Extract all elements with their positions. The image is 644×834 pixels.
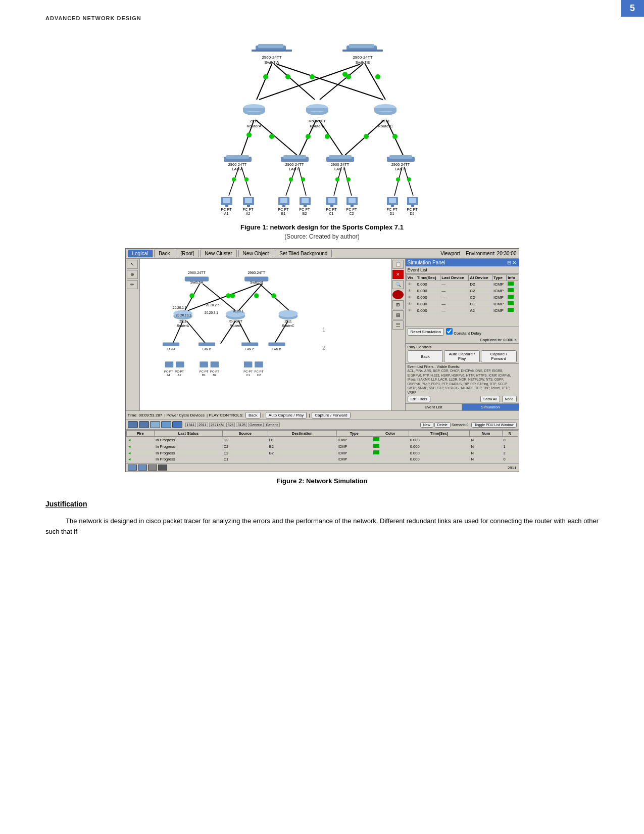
back-control-btn[interactable]: Back bbox=[408, 350, 443, 362]
svg-rect-92 bbox=[280, 198, 287, 203]
scenario-label: Scenario 0 bbox=[452, 423, 468, 427]
event-list-tab[interactable]: Event List bbox=[406, 404, 463, 410]
root-btn[interactable]: [Root] bbox=[176, 250, 199, 257]
edit-filters-btn[interactable]: Edit Filters bbox=[408, 396, 430, 402]
svg-rect-112 bbox=[389, 198, 396, 203]
sim-auto-btn[interactable]: Auto Capture / Play bbox=[266, 412, 307, 419]
svg-point-11 bbox=[375, 74, 380, 79]
show-all-btn[interactable]: Show All bbox=[480, 396, 500, 402]
svg-text:RouterB: RouterB bbox=[229, 324, 241, 328]
svg-point-34 bbox=[289, 177, 293, 181]
event-row-1: 👁 0.000 — D2 ICMP bbox=[406, 281, 518, 288]
right-icon-2[interactable]: 🔍 bbox=[392, 280, 404, 289]
sim-canvas: 2960-24TT SwitchA 2960-24TT SwitchB 2911 bbox=[140, 259, 391, 410]
right-icon-4[interactable]: ▤ bbox=[392, 310, 404, 319]
svg-text:LAN C: LAN C bbox=[245, 348, 255, 351]
device-icon-hub[interactable] bbox=[161, 421, 171, 428]
reset-sim-btn[interactable]: Reset Simulation bbox=[408, 328, 444, 336]
svg-text:PC-PT: PC-PT bbox=[242, 208, 254, 211]
svg-point-35 bbox=[301, 177, 305, 181]
sim-back-btn[interactable]: Back bbox=[245, 412, 261, 419]
svg-text:RouterPT: RouterPT bbox=[308, 119, 325, 123]
svg-rect-102 bbox=[328, 198, 335, 203]
right-icon-close[interactable]: ✕ bbox=[392, 270, 404, 279]
sim-capture-btn[interactable]: Capture / Forward bbox=[312, 412, 350, 419]
new-cluster-btn[interactable]: New Cluster bbox=[200, 250, 236, 257]
sim-play-label: | PLAY CONTROLS: bbox=[207, 413, 243, 418]
svg-text:2960-24TT: 2960-24TT bbox=[353, 55, 372, 60]
svg-text:A2: A2 bbox=[245, 212, 250, 215]
bottom-icon-4[interactable] bbox=[158, 465, 167, 471]
svg-rect-57 bbox=[306, 108, 328, 111]
device-icon-switch[interactable] bbox=[139, 421, 149, 428]
svg-point-134 bbox=[254, 293, 259, 298]
device-icon-wireless[interactable] bbox=[172, 421, 182, 428]
constant-delay-checkbox[interactable] bbox=[446, 328, 453, 335]
right-icon-5[interactable]: ☷ bbox=[392, 320, 404, 330]
toolbar-icon-3[interactable]: ✏ bbox=[127, 280, 138, 289]
svg-line-2 bbox=[277, 64, 383, 100]
svg-rect-154 bbox=[162, 342, 179, 346]
svg-point-135 bbox=[271, 293, 276, 298]
set-tiled-btn[interactable]: Set Tiled Background bbox=[275, 250, 332, 257]
bottom-icon-3[interactable] bbox=[148, 465, 157, 471]
svg-point-37 bbox=[346, 177, 351, 181]
sim-panel-close[interactable]: ⊟ ✕ bbox=[507, 260, 517, 265]
svg-text:PC-PT: PC-PT bbox=[199, 370, 208, 373]
toolbar-icon-2[interactable]: ⊕ bbox=[127, 270, 138, 279]
scenario-delete-btn[interactable]: Delete bbox=[434, 422, 451, 428]
body-paragraph-1: The network is designed in cisco packet … bbox=[45, 516, 599, 537]
svg-text:LAN A: LAN A bbox=[232, 167, 242, 171]
scenario-new-btn[interactable]: New bbox=[420, 422, 433, 428]
svg-text:C1: C1 bbox=[329, 212, 333, 215]
svg-text:20.20.2.5: 20.20.2.5 bbox=[206, 303, 219, 307]
svg-line-127 bbox=[186, 321, 206, 344]
svg-rect-160 bbox=[268, 342, 285, 346]
figure2-caption: Figure 2: Network Simulation bbox=[277, 477, 368, 485]
svg-rect-113 bbox=[391, 205, 394, 207]
right-icon-1[interactable]: 📋 bbox=[392, 260, 404, 269]
show-none-btn[interactable]: None bbox=[502, 396, 517, 402]
svg-text:C2: C2 bbox=[349, 212, 354, 215]
bottom-icon-1[interactable] bbox=[128, 465, 137, 471]
event-list-body: 👁 0.000 — D2 ICMP 👁 0.000 bbox=[406, 281, 518, 314]
device-label-2: 2911 bbox=[197, 423, 208, 427]
svg-text:RouterPT: RouterPT bbox=[228, 319, 242, 323]
right-icon-3[interactable]: ⊞ bbox=[392, 300, 404, 309]
bottom-icon-2[interactable] bbox=[138, 465, 147, 471]
simulation-tab[interactable]: Simulation bbox=[462, 404, 519, 410]
environment-label: Environment: 20:30:00 bbox=[466, 251, 517, 256]
svg-rect-108 bbox=[351, 205, 354, 207]
device-icon-router[interactable] bbox=[128, 421, 138, 428]
svg-rect-173 bbox=[200, 361, 208, 367]
svg-rect-107 bbox=[349, 198, 356, 203]
logical-tab[interactable]: Logical bbox=[128, 250, 153, 257]
device-icon-pc[interactable] bbox=[150, 421, 160, 428]
svg-text:PC-PT: PC-PT bbox=[210, 370, 219, 373]
svg-text:2911: 2911 bbox=[179, 319, 186, 323]
svg-text:RouterB: RouterB bbox=[310, 124, 324, 128]
figure1-container: 2960-24TT SwitchA 2960-24TT SwitchB 2911… bbox=[45, 36, 599, 495]
svg-line-0 bbox=[257, 64, 272, 100]
svg-point-151 bbox=[278, 310, 298, 317]
toolbar-icon-1[interactable]: ↖ bbox=[127, 260, 138, 269]
svg-text:PC-PT: PC-PT bbox=[175, 370, 184, 373]
auto-capture-btn[interactable]: Auto Capture / Play bbox=[444, 350, 480, 362]
svg-text:2911: 2911 bbox=[250, 119, 259, 123]
device-number-label: 2911 bbox=[508, 466, 517, 470]
sim-controls-mini: New Delete bbox=[420, 422, 451, 428]
toggle-pdu-btn[interactable]: Toggle PDU List Window bbox=[471, 422, 516, 428]
svg-point-36 bbox=[335, 177, 339, 181]
svg-text:RouterA: RouterA bbox=[177, 324, 189, 328]
capture-forward-btn[interactable]: Capture / Forward bbox=[481, 350, 517, 362]
back-btn[interactable]: Back bbox=[154, 250, 174, 257]
pdu-table-head: Fire Last Status Source Destination Type… bbox=[126, 431, 518, 437]
body-text: The network is designed in cisco packet … bbox=[45, 516, 599, 537]
svg-point-22 bbox=[364, 134, 369, 139]
sim-main: ↖ ⊕ ✏ bbox=[126, 259, 519, 410]
sim-power: | Power Cycle Devices bbox=[164, 413, 205, 418]
new-object-btn[interactable]: New Object bbox=[238, 250, 274, 257]
svg-text:RouterC: RouterC bbox=[282, 324, 294, 328]
right-icon-circle[interactable] bbox=[392, 290, 404, 299]
svg-text:2960-24TT: 2960-24TT bbox=[330, 162, 349, 167]
